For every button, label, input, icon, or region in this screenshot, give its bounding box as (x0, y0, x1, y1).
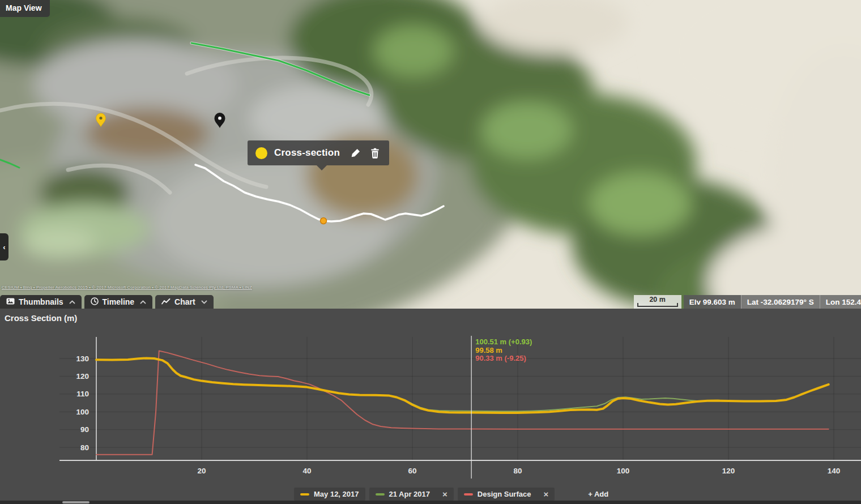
longitude-readout: Lon 152.4 (820, 295, 861, 309)
legend-item[interactable]: Design Surface× (458, 488, 555, 501)
tab-timeline[interactable]: Timeline (84, 295, 153, 309)
map-attribution: CESIUM • Bing • Propeller Aerobotics 201… (2, 285, 252, 290)
delete-trash-icon[interactable] (369, 147, 381, 159)
close-icon[interactable]: × (543, 490, 548, 498)
cross-section-panel: Cross Section (m) 8090100110120130204060… (0, 309, 861, 504)
bottom-tabs: ThumbnailsTimelineChart (0, 295, 214, 309)
tab-label: Thumbnails (19, 297, 63, 306)
panel-scrollbar[interactable] (0, 501, 861, 504)
add-series-button[interactable]: + Add (588, 490, 608, 498)
y-tick-label: 130 (76, 354, 89, 363)
x-tick-label: 60 (408, 467, 416, 475)
cross-section-position-marker (321, 218, 327, 224)
x-tick-label: 40 (302, 467, 311, 475)
y-tick-label: 90 (80, 425, 89, 434)
chart-icon (161, 297, 171, 306)
scrollbar-thumb[interactable] (62, 501, 89, 503)
x-tick-label: 20 (197, 467, 206, 475)
map-3d-view[interactable]: Map View ‹ CESIUM • Bing • Propeller Aer… (0, 0, 861, 309)
chevron-up-icon (69, 300, 75, 304)
scale-bar (637, 303, 678, 307)
scale-label: 20 m (649, 296, 666, 304)
legend-item[interactable]: May 12, 2017 (294, 488, 365, 501)
x-tick-label: 120 (722, 467, 735, 475)
chart-legend: May 12, 201721 Apr 2017×Design Surface×+… (294, 488, 608, 501)
tab-label: Timeline (103, 297, 135, 306)
legend-label: May 12, 2017 (314, 490, 359, 498)
edit-pencil-icon[interactable] (349, 147, 362, 159)
tab-label: Chart (174, 297, 195, 306)
series-line-may-12-2017 (96, 358, 829, 413)
legend-swatch (376, 493, 385, 496)
clock-icon (91, 297, 99, 307)
crosshair-value-label: 100.51 m (+0.93) (475, 338, 532, 346)
annotation-label: Cross-section (274, 147, 343, 159)
tab-thumbnails[interactable]: Thumbnails (0, 295, 82, 309)
close-icon[interactable]: × (442, 490, 447, 498)
legend-label: Design Surface (478, 490, 531, 498)
series-line-design-surface (96, 351, 829, 455)
cross-section-chart-svg[interactable]: 809010011012013020406080100120140100.51 … (0, 309, 861, 504)
elevation-readout: Elv 99.603 m (684, 295, 741, 309)
chevron-left-icon: ‹ (3, 244, 5, 251)
annotation-color-dot (255, 147, 267, 159)
chevron-down-icon (201, 300, 207, 304)
terrain-render (0, 0, 861, 309)
status-bar: 20 m Elv 99.603 m Lat -32.0629179° S Lon… (634, 295, 861, 309)
image-icon (6, 297, 15, 306)
legend-swatch (300, 493, 309, 496)
chevron-up-icon (140, 300, 146, 304)
sidebar-collapse-button[interactable]: ‹ (0, 233, 8, 260)
tab-chart[interactable]: Chart (155, 295, 214, 309)
legend-item[interactable]: 21 Apr 2017× (369, 488, 454, 501)
latitude-readout: Lat -32.0629179° S (741, 295, 820, 309)
y-tick-label: 80 (80, 443, 89, 452)
bottom-bar: ThumbnailsTimelineChart 20 m Elv 99.603 … (0, 295, 861, 309)
crosshair-value-label: 99.58 m (475, 346, 502, 354)
x-tick-label: 140 (828, 467, 841, 475)
legend-label: 21 Apr 2017 (389, 490, 430, 498)
map-scale: 20 m (634, 295, 681, 309)
y-tick-label: 120 (76, 372, 89, 381)
legend-swatch (464, 493, 473, 496)
y-tick-label: 110 (76, 390, 89, 398)
crosshair-value-label: 90.33 m (-9.25) (475, 354, 526, 362)
y-tick-label: 100 (76, 408, 89, 416)
annotation-tooltip: Cross-section (248, 140, 389, 165)
map-view-label: Map View (0, 0, 50, 17)
x-tick-label: 80 (513, 467, 522, 475)
x-tick-label: 100 (617, 467, 630, 475)
